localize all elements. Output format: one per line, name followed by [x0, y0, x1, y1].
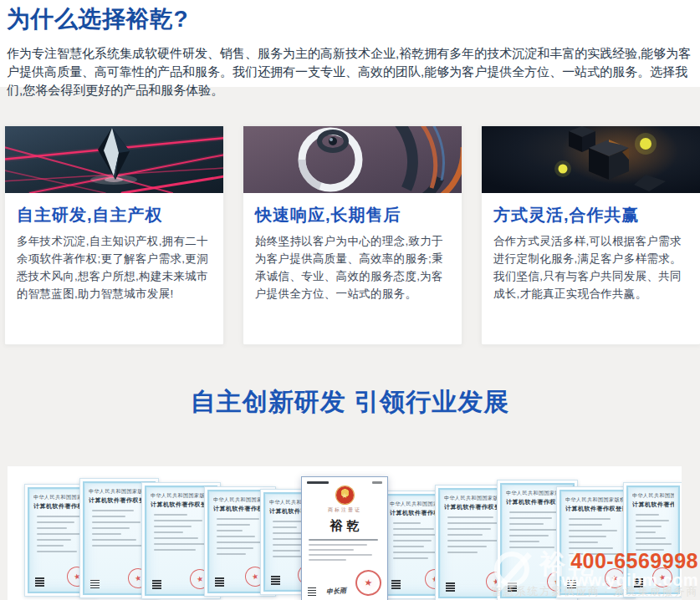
- qr-code-icon: [391, 580, 401, 589]
- national-emblem-icon: ★: [336, 486, 354, 504]
- cert-authority: 中华人民共和国国家版权局: [632, 493, 674, 499]
- trademark-body-lines: [307, 539, 382, 564]
- cert-authority: 中华人民共和国国家版权局: [213, 497, 267, 503]
- qr-code-icon: [567, 579, 576, 588]
- card-title: 快速响应,长期售后: [255, 205, 450, 225]
- cert-body-lines: [632, 514, 674, 567]
- feature-card-research: 自主研发,自主产权 多年技术沉淀,自主知识产权,拥有二十余项软件著作权;更了解客…: [4, 125, 224, 345]
- feature-cards-row: 自主研发,自主产权 多年技术沉淀,自主知识产权,拥有二十余项软件著作权;更了解客…: [0, 125, 700, 345]
- qr-code-icon: [446, 582, 455, 592]
- trademark-certificate: ★商标注册证裕乾申长雨★: [301, 476, 388, 600]
- card-body: 合作方式灵活多样,可以根据客户需求进行定制化服务,满足客户多样需求。我们坚信,只…: [493, 232, 688, 303]
- page: 为什么选择裕乾? 作为专注智慧化系统集成软硬件研发、销售、服务为主的高新技术企业…: [0, 0, 700, 600]
- card-image-cubes-spheres-icon: [482, 126, 700, 193]
- red-seal-icon: ★: [651, 566, 674, 589]
- trademark-name: 裕乾: [326, 518, 364, 534]
- software-copyright-certificate: 中华人民共和国国家版权局计算机软件著作权登记证书★: [623, 482, 682, 597]
- qr-code-icon: [271, 576, 280, 585]
- cert-authority: 中华人民共和国国家版权局: [151, 493, 212, 499]
- card-image-crystal-lasers-icon: [5, 126, 223, 193]
- feature-card-service: 快速响应,长期售后 始终坚持以客户为中心的理念,致力于为客户提供高质量、高效率的…: [243, 125, 462, 345]
- card-body: 始终坚持以客户为中心的理念,致力于为客户提供高质量、高效率的服务;秉承诚信、专业…: [255, 232, 450, 303]
- cert-authority: 中华人民共和国国家版权局: [565, 497, 626, 503]
- cert-title: 计算机软件著作权登记证书: [632, 501, 674, 508]
- card-title: 自主研发,自主产权: [17, 205, 212, 225]
- cert-body-lines: [151, 514, 212, 569]
- features-section: 自主研发,自主产权 多年技术沉淀,自主知识产权,拥有二十余项软件著作权;更了解客…: [0, 87, 700, 600]
- trademark-cert-label: 商标注册证: [328, 506, 361, 514]
- cert-title: 计算机软件著作权登记证书: [565, 505, 626, 512]
- cert-section-heading: 自主创新研发 引领行业发展: [0, 385, 700, 419]
- page-title: 为什么选择裕乾?: [7, 5, 693, 33]
- card-image-gyroscope-rings-icon: [243, 126, 462, 193]
- qr-code-icon: [90, 579, 100, 588]
- feature-card-cooperation: 方式灵活,合作共赢 合作方式灵活多样,可以根据客户需求进行定制化服务,满足客户多…: [481, 125, 700, 345]
- red-seal-icon: ★: [354, 568, 383, 597]
- qr-code-icon: [508, 582, 517, 592]
- card-title: 方式灵活,合作共赢: [493, 205, 688, 225]
- qr-code-icon: [152, 580, 161, 589]
- cert-title: 计算机软件著作权登记证书: [213, 505, 267, 512]
- qr-code-icon: [35, 577, 44, 587]
- qr-code-icon: [215, 577, 224, 587]
- intro-section: 为什么选择裕乾? 作为专注智慧化系统集成软硬件研发、销售、服务为主的高新技术企业…: [0, 0, 700, 87]
- signature: 申长雨: [325, 586, 346, 597]
- cert-body-lines: [213, 518, 267, 567]
- certificates-panel: 中华人民共和国国家版权局计算机软件著作权登记证书★中华人民共和国国家版权局计算机…: [8, 466, 682, 600]
- qr-code-icon: [634, 578, 643, 587]
- cert-title: 计算机软件著作权登记证书: [151, 501, 212, 508]
- card-body: 多年技术沉淀,自主知识产权,拥有二十余项软件著作权;更了解客户需求,更洞悉技术风…: [17, 232, 212, 303]
- qr-code-icon: [308, 587, 316, 596]
- cert-body-lines: [565, 518, 626, 568]
